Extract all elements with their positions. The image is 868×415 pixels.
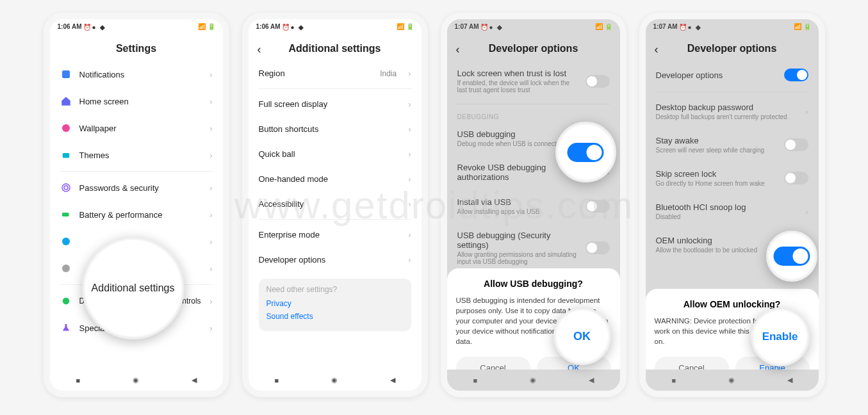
toggle[interactable] xyxy=(585,200,610,213)
header: Settings xyxy=(50,34,223,61)
row-label: Full screen display xyxy=(259,99,401,109)
globe-icon xyxy=(60,263,72,274)
recents-icon[interactable]: ■ xyxy=(76,377,80,384)
row-devopts[interactable]: Developer options› xyxy=(259,247,411,272)
navbar: ■◉◀ xyxy=(447,370,620,391)
zoom-bubble-ok: OK xyxy=(553,307,611,365)
chevron-right-icon: › xyxy=(408,124,411,134)
toggle[interactable] xyxy=(784,172,808,184)
svg-point-3 xyxy=(62,184,70,191)
home-nav-icon[interactable]: ◉ xyxy=(728,376,735,384)
statusbar: 1:06 AM ⏰●◆ 📶🔋 xyxy=(50,19,223,34)
divider xyxy=(259,88,411,89)
row-label: Quick ball xyxy=(259,149,401,159)
need-hint: Need other settings? xyxy=(266,285,404,294)
row-fullscreen[interactable]: Full screen display› xyxy=(259,92,411,117)
shield-icon: ◆ xyxy=(299,24,305,30)
oem-toggle-on xyxy=(773,247,810,266)
battery-icon: 🔋 xyxy=(803,23,811,30)
row-quickball[interactable]: Quick ball› xyxy=(259,142,411,167)
row-label: USB debugging (Security settings) xyxy=(457,231,578,250)
toggle[interactable] xyxy=(585,75,610,88)
zoom-bubble: Additional settings xyxy=(82,237,184,339)
battery-icon: 🔋 xyxy=(406,23,414,30)
bell-icon xyxy=(60,69,72,80)
row-enterprise[interactable]: Enterprise mode› xyxy=(259,222,411,247)
row-bt[interactable]: Bluetooth HCI snoop logDisabled› xyxy=(656,195,808,228)
home-icon xyxy=(60,95,72,107)
battery-icon: 🔋 xyxy=(605,23,612,30)
home-nav-icon[interactable]: ◉ xyxy=(133,376,139,384)
alarm-icon: ⏰ xyxy=(679,24,685,30)
row-label: Button shortcuts xyxy=(259,124,401,134)
page-title: Developer options xyxy=(447,43,620,54)
gear-icon xyxy=(60,236,72,247)
row-desktop[interactable]: Desktop backup passwordDesktop full back… xyxy=(656,95,808,128)
toggle[interactable] xyxy=(585,241,610,254)
toggle[interactable] xyxy=(784,69,808,81)
chevron-right-icon: › xyxy=(408,174,411,184)
row-lockscreen[interactable]: Lock screen when trust is lostIf enabled… xyxy=(457,61,610,101)
shield-icon: ◆ xyxy=(497,24,504,30)
navbar: ■◉◀ xyxy=(50,370,223,391)
row-label: Bluetooth HCI snoop log xyxy=(656,202,798,212)
svg-point-1 xyxy=(62,124,70,132)
row-label: Notifications xyxy=(79,70,202,79)
header: ‹ Developer options xyxy=(447,34,620,61)
row-install[interactable]: Install via USBAllow installing apps via… xyxy=(457,190,610,223)
statusbar: 1:07 AM ⏰●◆ 📶🔋 xyxy=(447,19,620,34)
link-privacy[interactable]: Privacy xyxy=(266,299,404,308)
chevron-right-icon: › xyxy=(209,124,212,133)
recents-icon[interactable]: ■ xyxy=(274,377,279,384)
row-battery[interactable]: Battery & performance› xyxy=(60,201,213,228)
row-usbsec[interactable]: USB debugging (Security settings)Allow g… xyxy=(457,223,610,273)
row-region[interactable]: RegionIndia› xyxy=(259,61,411,86)
back-button[interactable]: ‹ xyxy=(258,43,261,56)
back-button[interactable]: ‹ xyxy=(456,43,460,56)
row-sub: Screen will never sleep while charging xyxy=(656,147,776,154)
row-home[interactable]: Home screen› xyxy=(60,88,213,115)
row-onehanded[interactable]: One-handed mode› xyxy=(259,167,411,191)
home-nav-icon[interactable]: ◉ xyxy=(530,376,536,384)
back-nav-icon[interactable]: ◀ xyxy=(192,376,197,384)
home-nav-icon[interactable]: ◉ xyxy=(331,376,338,384)
row-shortcuts[interactable]: Button shortcuts› xyxy=(259,117,411,142)
phone-oem: 1:07 AM ⏰●◆ 📶🔋 ‹ Developer options Devel… xyxy=(639,13,825,397)
row-notifications[interactable]: Notifications› xyxy=(60,61,213,88)
header: ‹ Developer options xyxy=(646,34,819,61)
chevron-right-icon: › xyxy=(209,70,212,79)
section-debugging: DEBUGGING xyxy=(457,107,610,122)
divider xyxy=(457,104,610,104)
toggle[interactable] xyxy=(784,138,808,151)
shield-icon: ◆ xyxy=(100,24,106,30)
row-label: Developer options xyxy=(656,70,776,80)
row-skip[interactable]: Skip screen lockGo directly to Home scre… xyxy=(656,161,808,195)
row-label: Lock screen when trust is lost xyxy=(457,69,578,78)
link-sound[interactable]: Sound effects xyxy=(266,312,404,321)
row-label: Wallpaper xyxy=(79,124,202,133)
chevron-right-icon: › xyxy=(805,107,808,117)
back-button[interactable]: ‹ xyxy=(655,43,659,56)
back-nav-icon[interactable]: ◀ xyxy=(589,376,594,384)
row-label: Home screen xyxy=(79,97,202,106)
flask-icon xyxy=(60,322,72,334)
recents-icon[interactable]: ■ xyxy=(671,377,676,384)
chevron-right-icon: › xyxy=(408,69,411,78)
row-label: Developer options xyxy=(259,255,401,264)
row-themes[interactable]: Themes› xyxy=(60,142,213,168)
bubble-text: Additional settings xyxy=(92,282,175,294)
row-accessibility[interactable]: Accessibility› xyxy=(259,191,411,216)
row-devopt[interactable]: Developer options xyxy=(656,61,808,89)
row-label: Stay awake xyxy=(656,136,776,145)
row-wallpaper[interactable]: Wallpaper› xyxy=(60,115,213,142)
back-nav-icon[interactable]: ◀ xyxy=(390,376,395,384)
row-stay[interactable]: Stay awakeScreen will never sleep while … xyxy=(656,128,808,161)
row-sub: Allow installing apps via USB xyxy=(457,208,578,215)
divider xyxy=(259,219,411,220)
row-security[interactable]: Passwords & security› xyxy=(60,174,213,201)
zoom-bubble-toggle xyxy=(766,231,817,282)
navbar: ■◉◀ xyxy=(249,370,422,391)
recents-icon[interactable]: ■ xyxy=(473,377,477,384)
brush-icon xyxy=(60,149,72,161)
back-nav-icon[interactable]: ◀ xyxy=(787,376,792,384)
